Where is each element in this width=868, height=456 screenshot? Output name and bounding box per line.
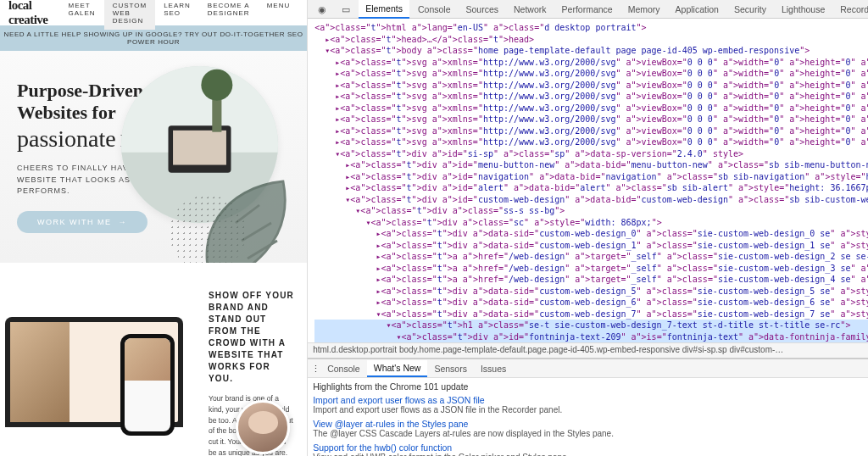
- dom-node[interactable]: ▸<a">class="t">svg a">xmlns="http://www.…: [314, 57, 868, 69]
- arrow-icon: →: [119, 218, 128, 226]
- devtools-toolbar: ◉ ▭ Elements Console Sources Network Per…: [308, 0, 868, 19]
- brand-logo[interactable]: local creative: [8, 0, 48, 27]
- dom-node[interactable]: ▾<a">class="t">div a">id="si-sp" a">clas…: [314, 148, 868, 160]
- dom-node[interactable]: ▾<a">class="t">body a">class="home page-…: [314, 45, 868, 57]
- author-avatar[interactable]: [236, 400, 290, 454]
- dom-node[interactable]: ▸<a">class="t">svg a">xmlns="http://www.…: [314, 125, 868, 137]
- dom-node[interactable]: ▾<a">class="t">div a">id="custom-web-des…: [314, 194, 868, 206]
- breadcrumb[interactable]: html.d.desktop.portrait body.home.page-t…: [308, 342, 868, 358]
- dom-node[interactable]: ▸<a">class="t">svg a">xmlns="http://www.…: [314, 68, 868, 80]
- device-icon[interactable]: ▭: [335, 1, 357, 18]
- dom-node[interactable]: ▸<a">class="t">svg a">xmlns="http://www.…: [314, 103, 868, 114]
- topbar: local creative MEET GALEN CUSTOM WEB DES…: [0, 0, 307, 25]
- tab-sources[interactable]: Sources: [459, 1, 506, 18]
- dom-node[interactable]: ▸<a">class="t">div a">data-sid="custom-w…: [314, 286, 868, 298]
- nav-menu[interactable]: MENU: [259, 0, 299, 30]
- dom-node[interactable]: ▸<a">class="t">div a">id="navigation" a"…: [314, 171, 868, 183]
- dom-node[interactable]: ▸<a">class="t">div a">data-sid="custom-w…: [314, 228, 868, 240]
- dom-node[interactable]: ▾<a">class="t">div a">class="sc" a">styl…: [314, 217, 868, 229]
- dom-node[interactable]: ▸<a">class="t">div a">data-sid="custom-w…: [314, 297, 868, 309]
- tab-security[interactable]: Security: [727, 1, 773, 18]
- dom-tree[interactable]: <a">class="t">html a">lang="en-US" a">cl…: [308, 19, 868, 342]
- tab-lighthouse[interactable]: Lighthouse: [775, 1, 832, 18]
- website-preview: local creative MEET GALEN CUSTOM WEB DES…: [0, 0, 308, 456]
- dom-node[interactable]: ▾<a">class="t">h1 a">class="se-t sie-cus…: [314, 320, 868, 331]
- svg-rect-3: [173, 131, 226, 165]
- dom-node[interactable]: ▸<a">class="t">svg a">xmlns="http://www.…: [314, 114, 868, 125]
- dom-node[interactable]: ▸<a">class="t">head>…</a">class="t">head…: [314, 34, 868, 46]
- nav-designer[interactable]: BECOME A DESIGNER: [199, 0, 259, 30]
- whatsnew-title: Highlights from the Chrome 101 update: [313, 381, 868, 392]
- dom-node[interactable]: ▾<a">class="t">div a">class="ss-s ss-bg"…: [314, 205, 868, 217]
- work-with-me-button[interactable]: WORK WITH ME →: [17, 211, 147, 233]
- tab-recorder[interactable]: Recorder: [833, 1, 868, 18]
- hero-section: Purpose-Driven Websites for passionate B…: [0, 51, 307, 263]
- inspect-icon[interactable]: ◉: [311, 1, 333, 18]
- whatsnew-content: Highlights from the Chrome 101 update Im…: [313, 381, 868, 453]
- whatsnew-item[interactable]: Support for the hwb() color functionView…: [313, 442, 868, 456]
- primary-nav: MEET GALEN CUSTOM WEB DESIGN LEARN SEO B…: [60, 0, 299, 30]
- drawer-sensors[interactable]: Sensors: [427, 361, 474, 376]
- drawer-whatsnew[interactable]: What's New: [367, 360, 428, 377]
- dom-node[interactable]: ▸<a">class="t">svg a">xmlns="http://www.…: [314, 136, 868, 148]
- dom-node[interactable]: ▸<a">class="t">a a">href="/web-design" a…: [314, 263, 868, 275]
- svg-point-5: [202, 70, 233, 101]
- drawer-console[interactable]: Console: [320, 361, 367, 376]
- nav-meet[interactable]: MEET GALEN: [60, 0, 104, 30]
- devtools-panel: ◉ ▭ Elements Console Sources Network Per…: [308, 0, 868, 456]
- services-section: SHOW OFF YOUR BRAND AND STAND OUT FROM T…: [0, 263, 307, 456]
- dom-node[interactable]: ▸<a">class="t">a a">href="/web-design" a…: [314, 251, 868, 263]
- drawer: ⋮ Console What's New Sensors Issues ✕ Hi…: [308, 358, 868, 456]
- device-mockups: [5, 275, 200, 427]
- drawer-menu-icon[interactable]: ⋮: [311, 364, 320, 374]
- dom-node[interactable]: ▸<a">class="t">svg a">xmlns="http://www.…: [314, 91, 868, 103]
- tab-network[interactable]: Network: [507, 1, 554, 18]
- section-heading: SHOW OFF YOUR BRAND AND STAND OUT FROM T…: [209, 290, 295, 385]
- dom-node[interactable]: ▸<a">class="t">svg a">xmlns="http://www.…: [314, 80, 868, 92]
- dom-node[interactable]: ▸<a">class="t">div a">id="menu-button-ne…: [314, 159, 868, 171]
- whatsnew-item[interactable]: View @layer at-rules in the Styles paneT…: [313, 419, 868, 438]
- promo-banner[interactable]: NEED A LITTLE HELP SHOWING UP IN GOOGLE?…: [0, 25, 307, 51]
- tab-memory[interactable]: Memory: [621, 1, 667, 18]
- phone-mockup: [120, 334, 175, 436]
- tab-elements[interactable]: Elements: [359, 0, 409, 19]
- nav-seo[interactable]: LEARN SEO: [155, 0, 199, 30]
- dom-node[interactable]: ▾<a">class="t">div a">id="fontninja-text…: [314, 331, 868, 343]
- monstera-leaf-icon: [188, 170, 307, 263]
- dom-node[interactable]: ▸<a">class="t">a a">href="/web-design" a…: [314, 274, 868, 286]
- tab-performance[interactable]: Performance: [555, 1, 620, 18]
- dom-node[interactable]: ▾<a">class="t">div a">data-sid="custom-w…: [314, 309, 868, 320]
- dom-node[interactable]: ▸<a">class="t">div a">data-sid="custom-w…: [314, 240, 868, 252]
- drawer-issues[interactable]: Issues: [474, 361, 513, 376]
- tab-application[interactable]: Application: [669, 1, 726, 18]
- nav-custom-web[interactable]: CUSTOM WEB DESIGN: [104, 0, 156, 30]
- dom-node[interactable]: ▸<a">class="t">div a">id="alert" a">data…: [314, 182, 868, 194]
- dom-node[interactable]: <a">class="t">html a">lang="en-US" a">cl…: [314, 22, 868, 34]
- tab-console[interactable]: Console: [411, 1, 458, 18]
- whatsnew-item[interactable]: Import and export user flows as a JSON f…: [313, 395, 868, 414]
